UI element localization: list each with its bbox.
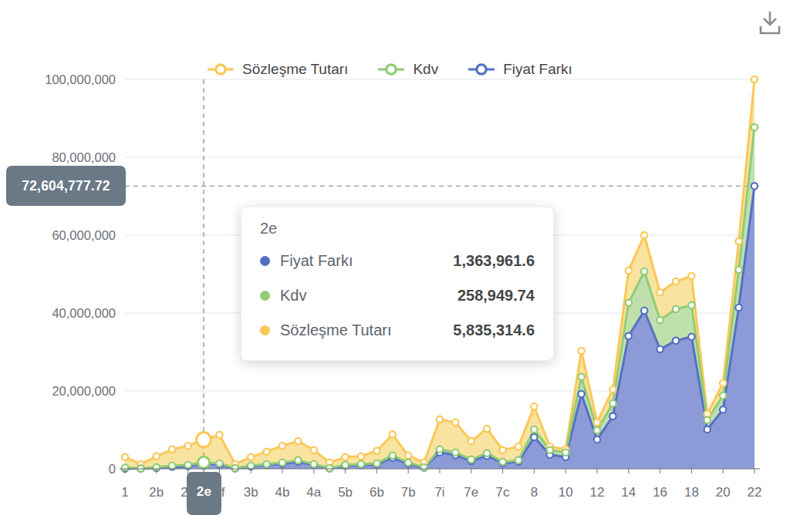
- tooltip-row: Kdv 258,949.74: [260, 278, 535, 313]
- data-point-marker[interactable]: [609, 400, 616, 406]
- data-point-marker[interactable]: [216, 432, 222, 438]
- data-point-marker[interactable]: [626, 333, 632, 339]
- data-point-marker[interactable]: [311, 461, 317, 467]
- data-point-marker[interactable]: [295, 457, 301, 463]
- x-axis-tick-label: 10: [559, 485, 573, 500]
- data-point-marker[interactable]: [358, 453, 364, 460]
- data-point-marker[interactable]: [688, 302, 694, 308]
- data-point-marker[interactable]: [342, 454, 348, 460]
- data-point-marker[interactable]: [657, 317, 663, 323]
- data-point-marker[interactable]: [295, 438, 301, 444]
- data-point-marker[interactable]: [735, 305, 741, 311]
- data-point-marker[interactable]: [594, 436, 600, 443]
- data-point-marker[interactable]: [390, 431, 396, 437]
- data-point-marker[interactable]: [720, 406, 726, 412]
- y-axis-tick-label: 0: [109, 462, 116, 476]
- data-point-marker[interactable]: [735, 267, 741, 273]
- data-point-marker[interactable]: [515, 457, 522, 463]
- data-point-marker[interactable]: [468, 456, 474, 463]
- data-point-marker[interactable]: [641, 308, 647, 314]
- y-axis-tick-label: 100,000,000: [45, 72, 116, 86]
- data-point-marker[interactable]: [169, 446, 175, 453]
- data-point-marker[interactable]: [499, 459, 505, 465]
- data-point-marker[interactable]: [673, 306, 679, 312]
- data-point-marker[interactable]: [484, 426, 490, 432]
- data-point-marker[interactable]: [405, 460, 411, 466]
- data-point-marker[interactable]: [263, 461, 269, 467]
- data-point-marker[interactable]: [641, 268, 647, 274]
- tooltip-series-value: 1,363,961.6: [453, 252, 535, 270]
- data-point-marker[interactable]: [248, 463, 254, 469]
- data-point-marker[interactable]: [641, 232, 647, 238]
- data-point-marker[interactable]: [609, 413, 616, 419]
- data-point-marker[interactable]: [688, 334, 694, 340]
- data-point-marker[interactable]: [437, 416, 443, 423]
- data-point-marker[interactable]: [751, 76, 758, 82]
- legend-line-circle-icon: [468, 63, 495, 76]
- data-point-marker[interactable]: [657, 346, 663, 352]
- data-point-marker[interactable]: [248, 454, 254, 460]
- data-point-marker[interactable]: [468, 438, 474, 444]
- data-point-marker[interactable]: [169, 463, 175, 469]
- data-point-marker[interactable]: [688, 273, 694, 279]
- data-point-marker[interactable]: [420, 464, 427, 470]
- data-point-marker[interactable]: [184, 443, 191, 449]
- data-point-marker[interactable]: [578, 348, 584, 354]
- y-axis-labels: 020,000,00040,000,00060,000,00080,000,00…: [45, 72, 116, 476]
- data-point-marker[interactable]: [626, 300, 632, 306]
- data-point-marker[interactable]: [547, 447, 553, 453]
- data-point-marker[interactable]: [531, 426, 537, 433]
- data-point-marker[interactable]: [515, 443, 522, 450]
- data-point-marker[interactable]: [154, 453, 160, 460]
- data-point-marker[interactable]: [626, 268, 632, 274]
- tooltip-series-name: Kdv: [280, 287, 306, 305]
- data-point-marker[interactable]: [279, 443, 285, 449]
- hovered-point-marker[interactable]: [197, 433, 211, 447]
- data-point-marker[interactable]: [358, 461, 364, 467]
- data-point-marker[interactable]: [279, 460, 285, 466]
- data-point-marker[interactable]: [405, 453, 411, 459]
- x-axis-pointer-label: 2e: [187, 472, 221, 515]
- data-point-marker[interactable]: [484, 450, 490, 456]
- data-point-marker[interactable]: [720, 392, 726, 399]
- data-point-marker[interactable]: [594, 419, 600, 426]
- data-point-marker[interactable]: [373, 460, 380, 466]
- data-point-marker[interactable]: [390, 453, 396, 459]
- data-point-marker[interactable]: [704, 426, 711, 433]
- data-point-marker[interactable]: [657, 289, 663, 295]
- data-point-marker[interactable]: [531, 434, 537, 440]
- data-point-marker[interactable]: [452, 419, 458, 426]
- data-point-marker[interactable]: [751, 124, 758, 130]
- data-point-marker[interactable]: [452, 450, 458, 456]
- data-point-marker[interactable]: [578, 391, 584, 397]
- data-point-marker[interactable]: [184, 462, 191, 468]
- legend-item-kdv[interactable]: Kdv: [377, 61, 438, 78]
- data-point-marker[interactable]: [326, 465, 332, 471]
- data-point-marker[interactable]: [232, 465, 238, 471]
- data-point-marker[interactable]: [609, 386, 616, 392]
- y-axis-pointer-label: 72,604,777.72: [6, 166, 126, 206]
- data-point-marker[interactable]: [562, 450, 569, 456]
- data-point-marker[interactable]: [594, 427, 600, 433]
- x-axis-tick-label: 7i: [434, 485, 444, 500]
- data-point-marker[interactable]: [216, 460, 222, 466]
- legend-item-fiyat-farki[interactable]: Fiyat Farkı: [468, 61, 572, 78]
- data-point-marker[interactable]: [735, 238, 741, 244]
- data-point-marker[interactable]: [531, 403, 537, 409]
- data-point-marker[interactable]: [342, 462, 348, 468]
- data-point-marker[interactable]: [499, 447, 505, 453]
- data-point-marker[interactable]: [122, 454, 128, 460]
- data-point-marker[interactable]: [578, 374, 584, 380]
- data-point-marker[interactable]: [673, 278, 679, 285]
- data-point-marker[interactable]: [673, 338, 679, 344]
- legend-item-sozlesme-tutari[interactable]: Sözleşme Tutarı: [207, 61, 348, 78]
- data-point-marker[interactable]: [263, 449, 269, 455]
- data-point-marker[interactable]: [137, 465, 143, 471]
- data-point-marker[interactable]: [373, 448, 380, 454]
- data-point-marker[interactable]: [720, 380, 726, 386]
- data-point-marker[interactable]: [704, 417, 711, 423]
- data-point-marker[interactable]: [437, 446, 443, 453]
- data-point-marker[interactable]: [751, 183, 758, 189]
- data-point-marker[interactable]: [311, 447, 317, 453]
- hovered-point-marker[interactable]: [198, 456, 210, 468]
